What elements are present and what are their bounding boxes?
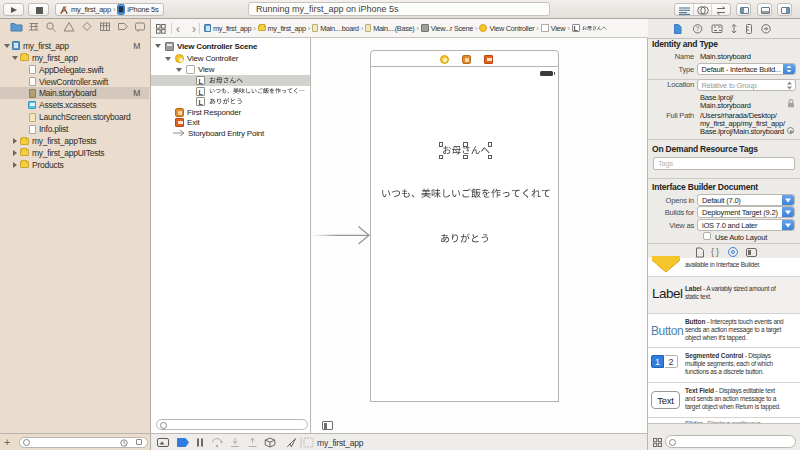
svg-text:my_first_app: my_first_app (317, 438, 364, 448)
svg-text:?: ? (696, 25, 700, 32)
